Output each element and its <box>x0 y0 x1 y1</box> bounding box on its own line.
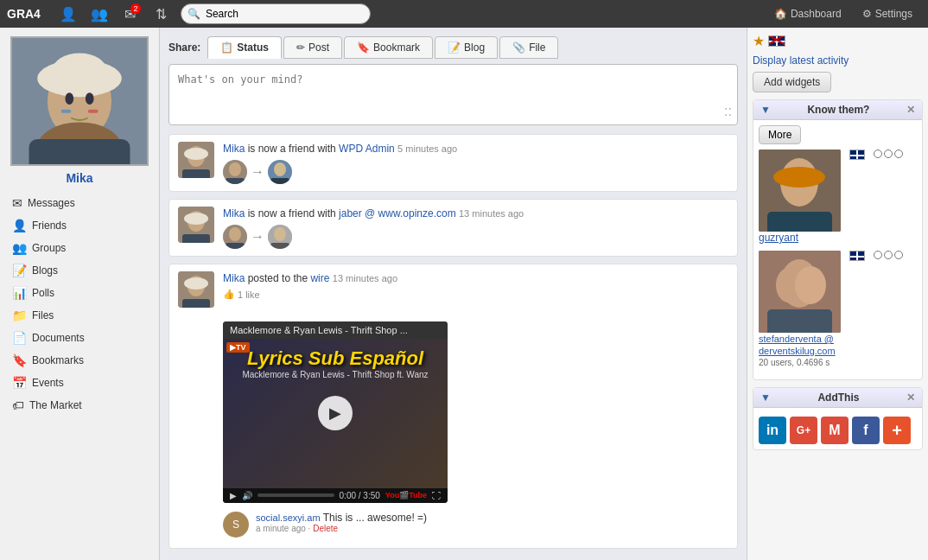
search-input[interactable] <box>181 3 371 24</box>
svg-rect-36 <box>767 212 832 232</box>
widget-body: More <box>753 120 922 379</box>
sidebar-item-events[interactable]: 📅 Events <box>0 372 159 394</box>
radio-option[interactable] <box>884 150 893 158</box>
volume-icon[interactable]: 🔊 <box>242 491 252 500</box>
svg-rect-23 <box>182 234 210 243</box>
activity-target-link[interactable]: wire <box>310 272 329 284</box>
comment-author[interactable]: social.sexyi.am <box>256 512 321 523</box>
sidebar-item-label: Bookmarks <box>32 354 84 366</box>
addthis-title: AddThis <box>817 391 859 404</box>
tab-status[interactable]: 📋 Status <box>207 36 282 59</box>
know-them-person: guzryant <box>759 150 917 244</box>
activity-item: Mika posted to the wire 13 minutes ago 👍… <box>168 264 738 549</box>
know-them-person: stefanderventa @derventskilug.com 20 use… <box>759 251 917 367</box>
video-section: Macklemore & Ryan Lewis - Thrift Shop ..… <box>223 316 728 541</box>
gear-icon: ⚙ <box>862 8 872 20</box>
status-input[interactable] <box>175 70 732 101</box>
svg-rect-13 <box>182 169 210 178</box>
share-label: Share: <box>168 41 200 54</box>
tab-bookmark[interactable]: 🔖 Bookmark <box>344 36 433 59</box>
activity-target-link[interactable]: jaber @ www.opinze.com <box>339 207 456 220</box>
status-tab-label: Status <box>237 41 269 54</box>
friend-avatars: → <box>223 225 728 249</box>
sidebar-item-friends[interactable]: 👤 Friends <box>0 214 159 237</box>
facebook-icon[interactable]: f <box>852 417 880 444</box>
file-tab-label: File <box>529 41 545 54</box>
radio-option[interactable] <box>894 150 903 158</box>
radio-option[interactable] <box>894 251 903 259</box>
person2-name-link[interactable]: stefanderventa @derventskilug.com <box>759 334 836 356</box>
main-layout: Mika ✉ Messages 👤 Friends 👥 Groups 📝 Blo… <box>0 28 928 560</box>
person-row <box>759 150 917 232</box>
addthis-body: in G+ M f + <box>753 408 922 449</box>
profile-topbar-icon[interactable]: 👤 <box>56 2 80 26</box>
display-activity-link[interactable]: Display latest activity <box>753 54 923 67</box>
widget-collapse-icon[interactable]: ▼ <box>760 391 771 404</box>
add-widgets-button[interactable]: Add widgets <box>753 72 831 92</box>
more-button[interactable]: More <box>759 125 801 144</box>
sidebar-item-blogs[interactable]: 📝 Blogs <box>0 259 159 282</box>
post-tab-icon: ✏ <box>296 41 305 54</box>
svg-point-5 <box>86 92 94 105</box>
play-button[interactable]: ▶ <box>318 396 353 430</box>
person2-radios <box>874 251 903 259</box>
radio-option[interactable] <box>884 251 893 259</box>
sidebar-item-label: Events <box>32 377 64 389</box>
activity-topbar-icon[interactable]: ⇅ <box>149 2 174 26</box>
groups-icon: 👥 <box>12 241 27 255</box>
activity-user-link[interactable]: Mika <box>223 272 245 284</box>
svg-rect-16 <box>226 178 245 184</box>
person1-name-link[interactable]: guzryant <box>759 232 798 244</box>
dashboard-nav-item[interactable]: 🏠 Dashboard <box>766 4 850 23</box>
status-input-resize: :: <box>175 104 732 119</box>
tab-blog[interactable]: 📝 Blog <box>435 36 498 59</box>
settings-nav-item[interactable]: ⚙ Settings <box>854 4 921 23</box>
svg-rect-9 <box>29 139 130 166</box>
delete-link[interactable]: Delete <box>313 524 338 533</box>
fullscreen-icon[interactable]: ⛶ <box>432 491 441 500</box>
tab-file[interactable]: 📎 File <box>499 36 558 59</box>
sidebar-item-market[interactable]: 🏷 The Market <box>0 394 159 417</box>
progress-bar[interactable] <box>257 493 334 497</box>
linkedin-icon[interactable]: in <box>759 417 786 444</box>
svg-rect-7 <box>88 110 99 113</box>
sidebar-item-bookmarks[interactable]: 🔖 Bookmarks <box>0 349 159 372</box>
like-count-text: 1 like <box>238 290 260 300</box>
svg-point-22 <box>184 213 208 225</box>
sidebar-item-documents[interactable]: 📄 Documents <box>0 327 159 349</box>
radio-row <box>874 150 903 158</box>
addthis-close-button[interactable]: ✕ <box>906 391 915 404</box>
radio-row <box>874 251 903 259</box>
radio-option[interactable] <box>874 150 882 158</box>
lyrics-text: Lyrics Sub Español <box>232 347 439 370</box>
comment-body: social.sexyi.am This is ... awesome! =) … <box>256 512 728 533</box>
messages-icon: ✉ <box>12 196 22 210</box>
radio-option[interactable] <box>874 251 882 259</box>
comment-time: a minute ago <box>256 524 306 533</box>
messages-topbar-icon[interactable]: ✉ 2 <box>118 2 143 26</box>
activity-user-link[interactable]: Mika <box>223 143 245 155</box>
play-control-icon[interactable]: ▶ <box>230 491 237 500</box>
sidebar-item-messages[interactable]: ✉ Messages <box>0 192 159 214</box>
activity-user-link[interactable]: Mika <box>223 207 245 220</box>
avatar-mika-3 <box>178 271 214 308</box>
avatar-mika-2 <box>178 207 214 243</box>
activity-target-link[interactable]: WPD Admin <box>339 143 395 155</box>
video-time: 0:00 / 3:50 <box>340 491 380 500</box>
friend-avatars: → <box>223 160 728 184</box>
sidebar-item-label: Messages <box>28 197 75 209</box>
files-icon: 📁 <box>12 309 27 322</box>
widget-collapse-icon[interactable]: ▼ <box>760 104 771 116</box>
sidebar-item-polls[interactable]: 📊 Polls <box>0 282 159 304</box>
friends-topbar-icon[interactable]: 👥 <box>87 2 111 26</box>
addthis-more-icon[interactable]: + <box>883 417 911 444</box>
sidebar-item-groups[interactable]: 👥 Groups <box>0 237 159 259</box>
widget-close-button[interactable]: ✕ <box>906 104 915 116</box>
stat-text: 20 users, 0.4696 s <box>759 358 829 367</box>
activity-body: Mika is now a friend with WPD Admin 5 mi… <box>223 142 728 184</box>
googleplus-icon[interactable]: G+ <box>790 417 817 444</box>
sidebar-item-files[interactable]: 📁 Files <box>0 304 159 327</box>
gmail-icon[interactable]: M <box>821 417 849 444</box>
polls-icon: 📊 <box>12 286 27 300</box>
tab-post[interactable]: ✏ Post <box>283 36 342 59</box>
